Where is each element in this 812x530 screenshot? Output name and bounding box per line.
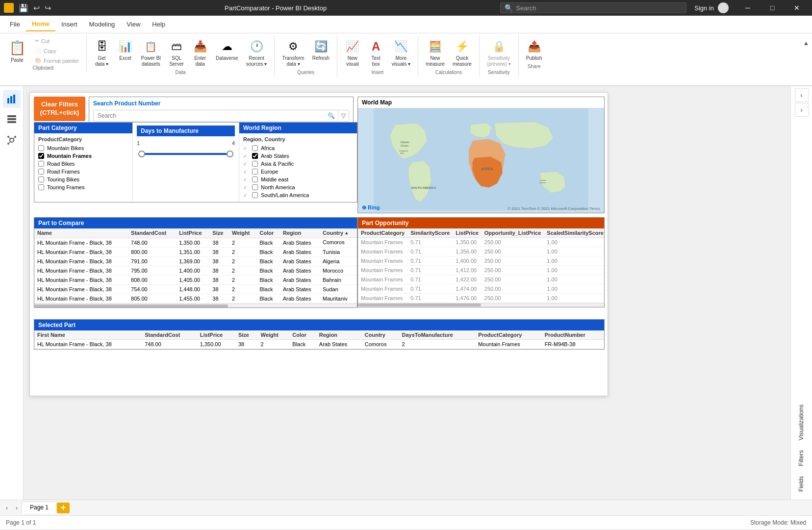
paste-button[interactable]: 📋 Paste [4, 36, 30, 65]
part-opportunity-table-container[interactable]: ProductCategory SimilarityScore ListPric… [358, 228, 604, 303]
table-row[interactable]: Mountain Frames 0.71 1,356.00 250.00 1.0… [358, 247, 604, 256]
menu-insert[interactable]: Insert [55, 18, 83, 31]
slider-thumb-left[interactable] [138, 151, 145, 157]
col-weight[interactable]: Weight [229, 228, 257, 238]
sp-col-std-cost[interactable]: StandardCost [142, 330, 197, 340]
menu-help[interactable]: Help [146, 18, 171, 31]
sp-col-name[interactable]: First Name [34, 330, 142, 340]
dataverse-button[interactable]: ☁ Dataverse [212, 36, 242, 64]
filter-touring-frames[interactable]: Touring Frames [38, 183, 128, 191]
table-row[interactable]: Mountain Frames 0.71 1,422.00 250.00 1.0… [358, 275, 604, 284]
table-row[interactable]: HL Mountain Frame - Black, 38 748.00 1,3… [34, 340, 604, 349]
col-list-price[interactable]: ListPrice [176, 228, 209, 238]
region-north-america[interactable]: ✓ North America [243, 183, 353, 191]
page-tab-1[interactable]: Page 1 [22, 502, 57, 514]
collapse-ribbon-button[interactable]: ▲ [800, 37, 812, 49]
fields-panel-button[interactable]: Fields [795, 472, 809, 496]
search-input-row[interactable]: 🔍 ▽ [93, 110, 349, 122]
recent-sources-button[interactable]: 🕐 Recentsources ▾ [243, 36, 271, 70]
opp-col-listprice[interactable]: ListPrice [453, 228, 481, 238]
menu-file[interactable]: File [4, 18, 26, 31]
table-row[interactable]: Mountain Frames 0.71 1,476.00 250.00 1.0… [358, 294, 604, 303]
report-view-icon[interactable] [3, 90, 21, 108]
range-slider[interactable] [142, 148, 230, 160]
europe-checkbox[interactable] [252, 169, 258, 175]
opp-col-similarity[interactable]: SimilarityScore [407, 228, 453, 238]
opp-col-category[interactable]: ProductCategory [358, 228, 407, 238]
new-measure-button[interactable]: 🧮 Newmeasure [422, 36, 448, 70]
table-row[interactable]: HL Mountain Frame - Black, 38 800.00 1,3… [34, 247, 357, 256]
road-bikes-checkbox[interactable] [38, 161, 44, 167]
sp-col-product-num[interactable]: ProductNumber [542, 330, 604, 340]
opp-h-scrollbar[interactable] [358, 303, 604, 307]
table-row[interactable]: HL Mountain Frame - Black, 38 795.00 1,4… [34, 266, 357, 275]
sql-server-button[interactable]: 🗃 SQLServer [165, 36, 188, 70]
arab-states-checkbox[interactable] [252, 153, 258, 159]
format-painter-button[interactable]: 🎨 Format painter [31, 56, 82, 65]
opp-col-scaled[interactable]: ScaledSimilarityScore [544, 228, 604, 238]
copy-button[interactable]: 📄 Copy [31, 46, 82, 55]
refresh-button[interactable]: 🔄 Refresh [309, 36, 333, 64]
filter-icon[interactable]: ▽ [338, 110, 349, 121]
asia-checkbox[interactable] [252, 161, 258, 167]
opp-col-opp-listprice[interactable]: Opportunity_ListPrice [482, 228, 544, 238]
power-bi-datasets-button[interactable]: 📋 Power BIdatasets [138, 36, 165, 70]
signin-label[interactable]: Sign in [694, 4, 714, 12]
sp-col-region[interactable]: Region [316, 330, 362, 340]
sp-col-category[interactable]: ProductCategory [475, 330, 541, 340]
table-row[interactable]: Mountain Frames 0.71 1,350.00 250.00 1.0… [358, 238, 604, 247]
model-view-icon[interactable] [3, 131, 21, 149]
table-row[interactable]: HL Mountain Frame - Black, 38 805.00 1,4… [34, 294, 357, 303]
road-frames-checkbox[interactable] [38, 169, 44, 175]
col-country[interactable]: Country ▲ [320, 228, 357, 238]
search-submit-icon[interactable]: 🔍 [325, 110, 338, 121]
add-page-button[interactable]: + [57, 503, 70, 513]
page-next-button[interactable]: › [12, 503, 22, 513]
region-africa[interactable]: ✓ Africa [243, 144, 353, 152]
transform-data-button[interactable]: ⚙ Transformdata ▾ [279, 36, 307, 70]
enter-data-button[interactable]: 📥 Enterdata [189, 36, 211, 70]
sp-col-color[interactable]: Color [289, 330, 316, 340]
clear-filters-button[interactable]: Clear Filters(CTRL+click) [34, 97, 85, 121]
region-europe[interactable]: ✓ Europe [243, 168, 353, 176]
table-row[interactable]: Mountain Frames 0.71 1,412.00 250.00 1.0… [358, 266, 604, 275]
filters-panel-button[interactable]: Filters [795, 446, 809, 470]
region-south-latin[interactable]: ✓ South/Latin America [243, 191, 353, 199]
selected-part-table-container[interactable]: First Name StandardCost ListPrice Size W… [34, 330, 604, 349]
filter-road-bikes[interactable]: Road Bikes [38, 160, 128, 168]
title-search-bar[interactable]: 🔍 [500, 2, 686, 13]
mountain-frames-checkbox[interactable] [38, 153, 44, 159]
table-row[interactable]: HL Mountain Frame - Black, 38 754.00 1,4… [34, 284, 357, 294]
search-input[interactable] [516, 4, 682, 12]
sp-col-days[interactable]: DaysToManufacture [399, 330, 476, 340]
col-name[interactable]: Name [34, 228, 128, 238]
mountain-bikes-checkbox[interactable] [38, 145, 44, 151]
region-arab-states[interactable]: ✓ Arab States [243, 152, 353, 160]
cut-button[interactable]: ✂ Cut [31, 36, 82, 46]
table-row[interactable]: HL Mountain Frame - Black, 38 748.00 1,3… [34, 238, 357, 247]
menu-modeling[interactable]: Modeling [83, 18, 121, 31]
col-size[interactable]: Size [209, 228, 229, 238]
more-visuals-button[interactable]: 📉 Morevisuals ▾ [388, 36, 414, 70]
region-middle-east[interactable]: ✓ Middle east [243, 176, 353, 183]
touring-bikes-checkbox[interactable] [38, 177, 44, 182]
undo-button[interactable]: ↩ [33, 3, 40, 13]
filter-mountain-frames[interactable]: Mountain Frames [38, 152, 128, 160]
part-compare-table-container[interactable]: Name StandardCost ListPrice Size Weight … [34, 228, 357, 303]
middle-east-checkbox[interactable] [252, 177, 258, 182]
excel-button[interactable]: 📊 Excel [114, 36, 137, 64]
nav-back-button[interactable]: ‹ [795, 88, 809, 102]
col-region[interactable]: Region [280, 228, 320, 238]
h-scrollbar[interactable] [34, 303, 357, 307]
col-std-cost[interactable]: StandardCost [128, 228, 176, 238]
close-button[interactable]: ✕ [786, 0, 808, 16]
save-button[interactable]: 💾 [19, 3, 28, 13]
nav-forward-button[interactable]: › [795, 103, 809, 117]
filter-touring-bikes[interactable]: Touring Bikes [38, 176, 128, 183]
slider-thumb-right[interactable] [227, 151, 233, 157]
new-visual-button[interactable]: 📈 Newvisual [341, 36, 364, 70]
table-row[interactable]: Mountain Frames 0.71 1,474.00 250.00 1.0… [358, 284, 604, 294]
sp-col-size[interactable]: Size [235, 330, 258, 340]
north-america-checkbox[interactable] [252, 184, 258, 190]
sp-col-list-price[interactable]: ListPrice [197, 330, 235, 340]
